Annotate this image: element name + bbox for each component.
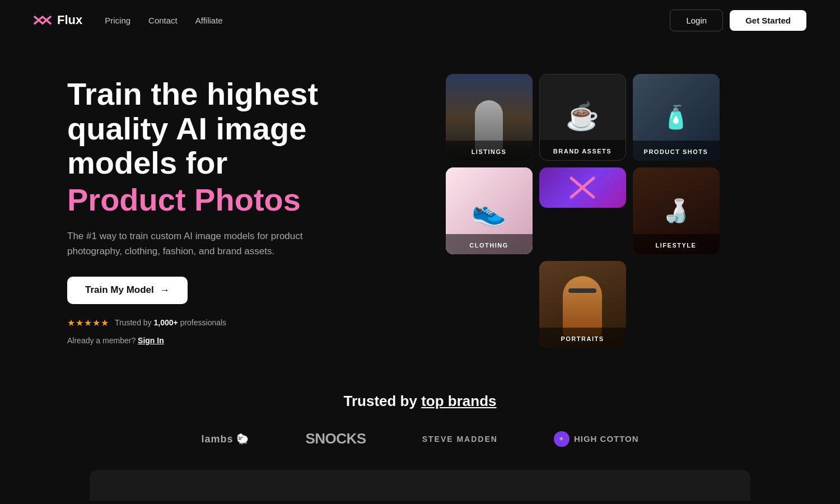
card-lifestyle-label: LIFESTYLE <box>633 242 720 249</box>
flux-x-icon <box>568 174 596 202</box>
nav-contact[interactable]: Contact <box>148 16 178 25</box>
nav-affiliate[interactable]: Affiliate <box>195 16 223 25</box>
hero-subtitle: The #1 way to train custom AI image mode… <box>67 228 314 259</box>
card-portraits: PORTRAITS <box>539 261 626 348</box>
logo-icon <box>34 15 52 26</box>
card-listings-label: LISTINGS <box>446 148 533 155</box>
bottom-bar <box>90 470 750 501</box>
trusted-link[interactable]: top brands <box>421 393 496 409</box>
login-button[interactable]: Login <box>670 10 723 31</box>
member-row: Already a member? Sign In <box>67 336 358 345</box>
trust-text: Trusted by 1,000+ professionals <box>115 318 226 327</box>
hero-left: Train the highest quality AI image model… <box>67 77 358 345</box>
highcotton-icon: ✦ <box>554 431 570 447</box>
card-clothing-label: CLOTHING <box>446 242 533 249</box>
trusted-section: Trusted by top brands lambs 🐑 SNOCKS STE… <box>0 381 840 470</box>
hero-section: Train the highest quality AI image model… <box>0 40 840 381</box>
logo-text: Flux <box>57 13 82 27</box>
navbar: Flux Pricing Contact Affiliate Login Get… <box>0 0 840 40</box>
card-brand-assets-label: BRAND ASSETS <box>540 148 626 155</box>
sign-in-link[interactable]: Sign In <box>138 336 164 345</box>
trust-row: ★★★★★ Trusted by 1,000+ professionals <box>67 318 358 328</box>
star-rating: ★★★★★ <box>67 318 109 328</box>
hero-title: Train the highest quality AI image model… <box>67 77 358 217</box>
shoe-icon: 👟 <box>472 195 506 227</box>
nav-links: Pricing Contact Affiliate <box>105 16 222 25</box>
brand-steve-madden: STEVE MADDEN <box>422 435 498 444</box>
nav-pricing[interactable]: Pricing <box>105 16 130 25</box>
card-brand-assets: ☕ BRAND ASSETS <box>539 74 626 161</box>
train-model-button[interactable]: Train My Model → <box>67 277 188 304</box>
card-product-shots-label: PRODUCT SHOTS <box>633 148 720 155</box>
nav-right: Login Get Started <box>670 10 806 31</box>
brands-row: lambs 🐑 SNOCKS STEVE MADDEN ✦ HIGH COTTO… <box>0 430 840 447</box>
card-clothing: 👟 CLOTHING <box>446 167 533 254</box>
card-product-shots: 🧴 PRODUCT SHOTS <box>633 74 720 161</box>
card-portraits-label: PORTRAITS <box>539 335 626 342</box>
product-icon: 🧴 <box>662 104 690 130</box>
brand-lambs: lambs 🐑 <box>201 433 249 445</box>
logo[interactable]: Flux <box>34 13 82 27</box>
card-grid: LISTINGS ☕ BRAND ASSETS 🧴 PRODUCT SHOTS … <box>446 74 720 348</box>
coffee-icon: ☕ <box>566 101 599 132</box>
trusted-title: Trusted by top brands <box>0 393 840 410</box>
arrow-icon: → <box>160 284 170 296</box>
card-listings: LISTINGS <box>446 74 533 161</box>
get-started-button[interactable]: Get Started <box>730 10 806 31</box>
hero-right: LISTINGS ☕ BRAND ASSETS 🧴 PRODUCT SHOTS … <box>392 74 773 348</box>
card-flux-logo <box>539 167 626 208</box>
bottle-icon: 🍶 <box>662 198 690 224</box>
brand-snocks: SNOCKS <box>305 430 366 447</box>
card-lifestyle: 🍶 LIFESTYLE <box>633 167 720 254</box>
nav-left: Flux Pricing Contact Affiliate <box>34 13 223 27</box>
brand-highcotton: ✦ HIGH COTTON <box>554 431 639 447</box>
hero-highlight: Product Photos <box>67 183 358 217</box>
